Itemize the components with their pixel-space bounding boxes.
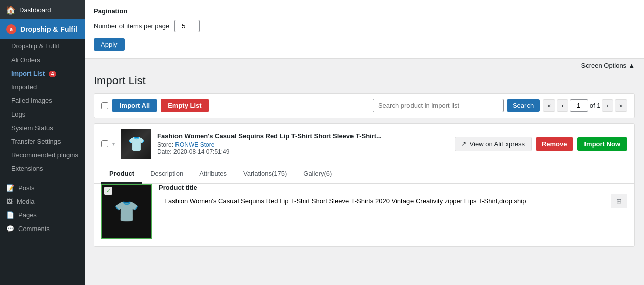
comments-icon: 💬 bbox=[6, 225, 14, 233]
items-per-page-label: Number of items per page bbox=[94, 22, 169, 30]
store-link[interactable]: RONWE Store bbox=[175, 141, 214, 148]
search-input[interactable] bbox=[373, 99, 504, 112]
sidebar-item-ali-orders[interactable]: Ali Orders bbox=[0, 53, 85, 67]
sidebar-label-media: Media bbox=[17, 198, 34, 205]
sidebar-divider-1 bbox=[0, 178, 85, 178]
search-button[interactable]: Search bbox=[507, 99, 540, 112]
sidebar-label-import-list: Import List bbox=[11, 70, 45, 77]
product-card: ▾ 👕 Fashion Women's Casual Sequins Red L… bbox=[94, 123, 635, 247]
product-tabs: Product Description Attributes Variation… bbox=[94, 164, 634, 184]
media-icon: 🖼 bbox=[6, 198, 13, 205]
product-title-section: Product title ⊞ bbox=[159, 184, 627, 208]
tab-description-label: Description bbox=[150, 169, 183, 177]
sidebar-item-dropship-fulfil[interactable]: Dropship & Fulfil bbox=[0, 39, 85, 53]
tab-description[interactable]: Description bbox=[142, 164, 191, 184]
sidebar-label-comments: Comments bbox=[18, 225, 50, 233]
sidebar-item-pages[interactable]: 📄 Pages bbox=[0, 207, 85, 221]
apply-button[interactable]: Apply bbox=[94, 38, 125, 51]
import-now-button[interactable]: Import Now bbox=[577, 137, 628, 151]
product-title-input[interactable] bbox=[159, 194, 611, 208]
main-content: Pagination Number of items per page Appl… bbox=[85, 0, 644, 285]
sidebar-label-recommended-plugins: Recommended plugins bbox=[11, 151, 78, 159]
sidebar-label-dropship: Dropship & Fulfil bbox=[11, 42, 59, 50]
toolbar-right: Search « ‹ of 1 › » bbox=[373, 99, 627, 112]
tab-product[interactable]: Product bbox=[101, 164, 142, 184]
dropdown-arrow-icon[interactable]: ▾ bbox=[112, 141, 115, 147]
sidebar: 🏠 Dashboard a Dropship & Fulfil Dropship… bbox=[0, 0, 85, 285]
sidebar-item-imported[interactable]: Imported bbox=[0, 80, 85, 94]
sidebar-label-imported: Imported bbox=[11, 83, 37, 91]
items-per-page-input[interactable] bbox=[174, 20, 200, 32]
sidebar-item-dashboard[interactable]: 🏠 Dashboard bbox=[0, 0, 85, 19]
sidebar-label-transfer-settings: Transfer Settings bbox=[11, 138, 61, 145]
sidebar-dashboard-label: Dashboard bbox=[19, 6, 51, 14]
product-actions: ↗ View on AliExpress Remove Import Now bbox=[455, 137, 627, 151]
external-link-icon: ↗ bbox=[461, 140, 466, 147]
sidebar-item-logs[interactable]: Logs bbox=[0, 107, 85, 121]
nav-first-button[interactable]: « bbox=[543, 99, 555, 112]
page-number-input[interactable] bbox=[570, 99, 588, 112]
product-date: Date: 2020-08-14 07:51:49 bbox=[157, 148, 449, 155]
view-ali-label: View on AliExpress bbox=[470, 140, 525, 148]
product-title-header: Fashion Women's Casual Sequins Red Lip T… bbox=[157, 132, 449, 140]
tab-variations-label: Variations(175) bbox=[243, 169, 287, 177]
select-all-checkbox[interactable] bbox=[101, 102, 108, 109]
plugin-avatar: a bbox=[6, 24, 16, 34]
list-toolbar: Import All Empty List Search « ‹ of 1 › … bbox=[94, 93, 635, 118]
sidebar-label-pages: Pages bbox=[18, 211, 37, 219]
pagination-row: Number of items per page bbox=[94, 20, 635, 32]
sidebar-item-system-status[interactable]: System Status bbox=[0, 121, 85, 135]
tab-gallery-label: Gallery(6) bbox=[303, 169, 332, 177]
product-title-field-label: Product title bbox=[159, 184, 627, 191]
sidebar-item-posts[interactable]: 📝 Posts bbox=[0, 180, 85, 194]
nav-next-button[interactable]: › bbox=[602, 99, 613, 112]
tab-product-label: Product bbox=[109, 169, 134, 177]
sidebar-label-extensions: Extensions bbox=[11, 165, 43, 173]
tab-gallery[interactable]: Gallery(6) bbox=[295, 164, 340, 184]
product-checkbox[interactable] bbox=[101, 140, 108, 147]
tab-variations[interactable]: Variations(175) bbox=[235, 164, 295, 184]
posts-icon: 📝 bbox=[6, 184, 14, 192]
nav-prev-button[interactable]: ‹ bbox=[557, 99, 568, 112]
store-label: Store: bbox=[157, 141, 173, 148]
tab-attributes-label: Attributes bbox=[199, 169, 227, 177]
sidebar-item-comments[interactable]: 💬 Comments bbox=[0, 221, 85, 235]
product-title-input-row: ⊞ bbox=[159, 194, 627, 208]
empty-list-button[interactable]: Empty List bbox=[161, 99, 208, 112]
sidebar-item-plugin-header[interactable]: a Dropship & Fulfil bbox=[0, 19, 85, 39]
product-fields: Product title ⊞ bbox=[159, 184, 627, 239]
tab-attributes[interactable]: Attributes bbox=[191, 164, 235, 184]
content-area: Import List Import All Empty List Search… bbox=[85, 72, 644, 285]
dashboard-icon: 🏠 bbox=[6, 5, 15, 14]
sidebar-item-failed-images[interactable]: Failed Images bbox=[0, 94, 85, 107]
screen-options-button[interactable]: Screen Options ▲ bbox=[581, 62, 635, 69]
pagination-settings-panel: Pagination Number of items per page Appl… bbox=[85, 0, 644, 59]
nav-last-button[interactable]: » bbox=[615, 99, 627, 112]
sidebar-label-failed-images: Failed Images bbox=[11, 97, 52, 104]
screen-options-arrow-icon: ▲ bbox=[628, 62, 635, 69]
screen-options-bar: Screen Options ▲ bbox=[85, 59, 644, 72]
product-info: Fashion Women's Casual Sequins Red Lip T… bbox=[157, 132, 449, 155]
sidebar-item-media[interactable]: 🖼 Media bbox=[0, 194, 85, 207]
of-pages-label: of 1 bbox=[590, 102, 601, 109]
edit-title-icon[interactable]: ⊞ bbox=[611, 194, 627, 208]
product-store: Store: RONWE Store bbox=[157, 141, 449, 148]
import-all-button[interactable]: Import All bbox=[112, 99, 157, 112]
sidebar-item-recommended-plugins[interactable]: Recommended plugins bbox=[0, 148, 85, 162]
remove-button[interactable]: Remove bbox=[536, 137, 573, 151]
sidebar-label-ali-orders: Ali Orders bbox=[11, 56, 40, 64]
screen-options-label: Screen Options bbox=[581, 62, 627, 69]
view-aliexpress-button[interactable]: ↗ View on AliExpress bbox=[455, 137, 532, 151]
import-list-badge: 4 bbox=[49, 71, 57, 77]
sidebar-item-extensions[interactable]: Extensions bbox=[0, 162, 85, 176]
page-title: Import List bbox=[94, 74, 635, 87]
sidebar-label-system-status: System Status bbox=[11, 124, 53, 132]
plugin-title: Dropship & Fulfil bbox=[20, 25, 77, 33]
sidebar-item-import-list[interactable]: Import List 4 bbox=[0, 67, 85, 80]
image-check-overlay: ✓ bbox=[104, 187, 112, 195]
date-value: 2020-08-14 07:51:49 bbox=[173, 148, 229, 155]
date-label: Date: bbox=[157, 148, 172, 155]
pagination-title: Pagination bbox=[94, 7, 635, 15]
sidebar-item-transfer-settings[interactable]: Transfer Settings bbox=[0, 135, 85, 148]
product-checkbox-area: ▾ bbox=[101, 140, 115, 147]
